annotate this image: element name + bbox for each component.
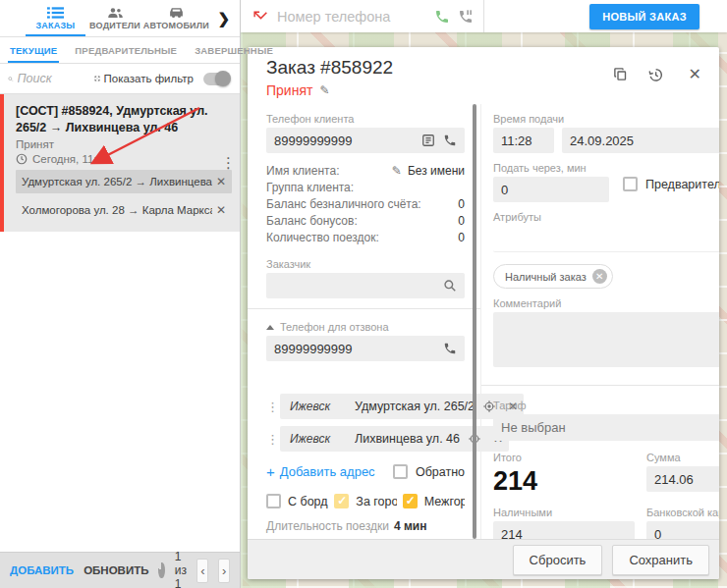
callback-phone-label: Телефон для отзвона bbox=[280, 321, 389, 333]
order-card-time: Сегодня, 11:28 bbox=[32, 153, 109, 165]
sidebar: ЗАКАЗЫ ВОДИТЕЛИ АВТОМОБИЛИ ❯ ТЕКУЩИЕ ПРЕ… bbox=[0, 0, 241, 588]
history-icon[interactable] bbox=[647, 67, 663, 82]
cash-input[interactable] bbox=[501, 527, 627, 540]
tab-orders[interactable]: ЗАКАЗЫ bbox=[26, 0, 85, 36]
phone-dialer bbox=[241, 0, 484, 32]
attributes-select[interactable] bbox=[493, 226, 719, 252]
order-card[interactable]: [СОСТ] #858924, Удмуртская ул. 265/2 → Л… bbox=[0, 94, 240, 232]
address-row: ⋮ Ижевск Лихвинцева ул. 46 ✕ bbox=[266, 426, 465, 452]
order-panel: Заказ #858922 Принят ✎ ✕ Телефон клиента bbox=[248, 47, 719, 579]
edit-status-icon[interactable]: ✎ bbox=[319, 83, 329, 97]
show-filter-label: Показать фильтр bbox=[104, 73, 194, 84]
sum-input[interactable] bbox=[654, 472, 719, 487]
next-page-button[interactable]: › bbox=[218, 559, 230, 583]
preliminary-label: Предварительный bbox=[645, 178, 719, 191]
refresh-spinner-icon bbox=[158, 562, 164, 578]
refresh-button[interactable]: ОБНОВИТЬ bbox=[84, 564, 148, 576]
orders-subtabs: ТЕКУЩИЕ ПРЕДВАРИТЕЛЬНЫЕ ЗАВЕРШЕННЫЕ bbox=[0, 37, 240, 64]
collapse-icon[interactable] bbox=[266, 325, 274, 330]
order-list: [СОСТ] #858924, Удмуртская ул. 265/2 → Л… bbox=[0, 94, 240, 552]
close-icon[interactable]: ✕ bbox=[689, 65, 701, 83]
attributes-label: Атрибуты bbox=[493, 211, 719, 223]
tab-cars-label: АВТОМОБИЛИ bbox=[143, 21, 209, 30]
edit-name-icon[interactable]: ✎ bbox=[392, 163, 402, 180]
flag-checkbox[interactable] bbox=[403, 494, 418, 508]
client-info-row: Группа клиента: bbox=[266, 180, 465, 196]
address-city: Ижевск bbox=[290, 400, 347, 413]
return-label: Обратно bbox=[416, 465, 465, 479]
client-info-row: Имя клиента: ✎Без имени bbox=[266, 163, 465, 180]
toggle-knob bbox=[215, 71, 231, 86]
tab-orders-label: ЗАКАЗЫ bbox=[35, 21, 75, 30]
missed-call-icon bbox=[252, 8, 269, 25]
order-panel-header: Заказ #858922 Принят ✎ ✕ bbox=[248, 47, 719, 104]
comment-textarea[interactable] bbox=[493, 312, 719, 367]
save-button[interactable]: Сохранить bbox=[612, 545, 709, 575]
new-order-button[interactable]: НОВЫЙ ЗАКАЗ bbox=[589, 4, 699, 29]
phone-number-input[interactable] bbox=[277, 9, 426, 25]
drag-handle-icon[interactable]: ⋮ bbox=[266, 400, 276, 414]
customer-search-input[interactable] bbox=[274, 279, 435, 294]
filter-toggle[interactable] bbox=[203, 73, 230, 85]
address-street: Удмуртская ул. 265/2 bbox=[355, 400, 475, 413]
kebab-menu-icon[interactable]: ⋮ bbox=[221, 155, 236, 170]
client-phone-label: Телефон клиента bbox=[266, 113, 465, 125]
subtab-current[interactable]: ТЕКУЩИЕ bbox=[8, 37, 59, 63]
main-area: НОВЫЙ ЗАКАЗ Заказ #858922 Принят ✎ ✕ bbox=[241, 0, 727, 588]
order-panel-body: Телефон клиента Имя клиента: ✎Без имени … bbox=[248, 104, 719, 539]
return-checkbox[interactable] bbox=[393, 464, 408, 479]
contacts-book-icon[interactable] bbox=[421, 134, 435, 147]
drag-handle-icon[interactable]: ⋮ bbox=[266, 432, 276, 447]
sum-label: Сумма bbox=[646, 452, 719, 463]
order-right-column: Время подачи ✕ Подать через, мин bbox=[480, 104, 719, 539]
search-input[interactable] bbox=[18, 72, 86, 85]
delay-input[interactable] bbox=[501, 183, 601, 197]
subtab-completed[interactable]: ЗАВЕРШЕННЫЕ bbox=[193, 37, 275, 63]
callback-phone-input[interactable] bbox=[274, 342, 435, 356]
total-label: Итого bbox=[493, 452, 635, 463]
order-title: Заказ #858922 bbox=[266, 57, 393, 79]
address-city: Ижевск bbox=[290, 432, 347, 446]
reset-button[interactable]: Сбросить bbox=[513, 545, 603, 575]
app-window: ЗАКАЗЫ ВОДИТЕЛИ АВТОМОБИЛИ ❯ ТЕКУЩИЕ ПРЕ… bbox=[0, 0, 727, 588]
address-row: ⋮ Ижевск Удмуртская ул. 265/2 ✕ bbox=[266, 394, 465, 419]
search-icon bbox=[8, 73, 14, 85]
call-back-icon[interactable] bbox=[443, 342, 457, 355]
order-panel-footer: Сбросить Сохранить bbox=[248, 539, 719, 579]
pickup-time-input[interactable] bbox=[501, 134, 546, 148]
flag-checkbox[interactable] bbox=[334, 494, 349, 508]
sidebar-tabbar: ЗАКАЗЫ ВОДИТЕЛИ АВТОМОБИЛИ ❯ bbox=[0, 0, 240, 37]
copy-icon[interactable] bbox=[613, 67, 628, 81]
attribute-chip[interactable]: Наличный заказ ✕ bbox=[493, 264, 613, 289]
client-name-value: Без имени bbox=[408, 163, 465, 180]
bank-card-input[interactable] bbox=[654, 527, 719, 540]
route-chip[interactable]: Холмогорова ул. 28 → Карла Маркса ул. 28… bbox=[16, 198, 232, 222]
route-chip[interactable]: Удмуртская ул. 265/2 → Лихвинцева ул. 46… bbox=[16, 170, 232, 193]
call-icon[interactable] bbox=[434, 9, 450, 25]
remove-route-icon[interactable]: ✕ bbox=[216, 175, 226, 188]
call-client-icon[interactable] bbox=[443, 134, 457, 147]
pickup-date-input[interactable] bbox=[570, 134, 719, 148]
flag-checkbox[interactable] bbox=[266, 494, 281, 508]
add-order-button[interactable]: ДОБАВИТЬ bbox=[10, 564, 74, 576]
prev-page-button[interactable]: ‹ bbox=[196, 559, 208, 583]
tab-cars[interactable]: АВТОМОБИЛИ bbox=[144, 0, 207, 36]
pickup-time-label: Время подачи bbox=[493, 113, 719, 125]
customer-search-icon[interactable] bbox=[443, 279, 457, 293]
client-phone-input[interactable] bbox=[274, 134, 414, 148]
remove-attribute-icon[interactable]: ✕ bbox=[592, 269, 607, 284]
subtab-preliminary[interactable]: ПРЕДВАРИТЕЛЬНЫЕ bbox=[73, 37, 179, 63]
tab-drivers-label: ВОДИТЕЛИ bbox=[89, 21, 140, 30]
preliminary-checkbox[interactable] bbox=[623, 177, 638, 191]
tab-drivers[interactable]: ВОДИТЕЛИ bbox=[85, 0, 145, 36]
call-hold-icon[interactable] bbox=[458, 9, 474, 25]
search-row: Показать фильтр bbox=[0, 64, 240, 94]
chevron-right-icon[interactable]: ❯ bbox=[207, 10, 240, 27]
remove-route-icon[interactable]: ✕ bbox=[216, 203, 226, 217]
orders-list-icon bbox=[47, 6, 64, 20]
add-address-button[interactable]: +Добавить адрес bbox=[266, 463, 375, 480]
car-icon bbox=[168, 6, 185, 20]
panel-scrollbar[interactable] bbox=[473, 104, 476, 539]
filter-expand-icon[interactable] bbox=[94, 72, 100, 85]
tariff-select[interactable]: Не выбран ✕ bbox=[493, 414, 719, 441]
